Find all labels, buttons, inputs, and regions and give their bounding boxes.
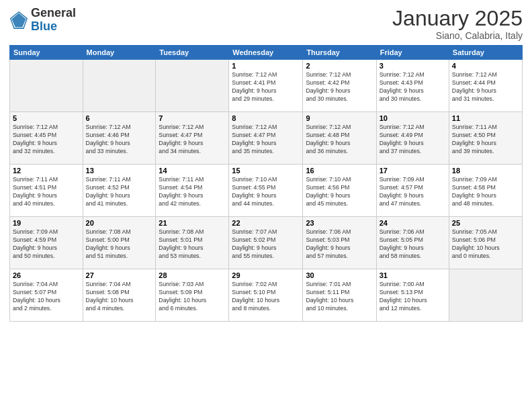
calendar-cell: 2Sunrise: 7:12 AM Sunset: 4:42 PM Daylig… bbox=[303, 60, 376, 112]
day-number: 11 bbox=[452, 114, 519, 122]
day-number: 2 bbox=[306, 62, 373, 70]
logo: General Blue bbox=[9, 7, 76, 34]
svg-marker-0 bbox=[12, 13, 26, 27]
day-info: Sunrise: 7:09 AM Sunset: 4:58 PM Dayligh… bbox=[452, 176, 519, 208]
calendar-cell: 16Sunrise: 7:10 AM Sunset: 4:56 PM Dayli… bbox=[303, 165, 376, 217]
logo-general: General bbox=[31, 6, 76, 19]
day-info: Sunrise: 7:12 AM Sunset: 4:48 PM Dayligh… bbox=[306, 124, 373, 156]
calendar-cell: 29Sunrise: 7:02 AM Sunset: 5:10 PM Dayli… bbox=[229, 269, 303, 322]
day-info: Sunrise: 7:12 AM Sunset: 4:41 PM Dayligh… bbox=[232, 71, 300, 103]
day-number: 28 bbox=[159, 271, 226, 279]
week-row-1: 1Sunrise: 7:12 AM Sunset: 4:41 PM Daylig… bbox=[10, 60, 523, 112]
calendar-cell: 9Sunrise: 7:12 AM Sunset: 4:48 PM Daylig… bbox=[303, 112, 376, 165]
day-info: Sunrise: 7:06 AM Sunset: 5:05 PM Dayligh… bbox=[380, 228, 446, 261]
day-info: Sunrise: 7:11 AM Sunset: 4:54 PM Dayligh… bbox=[159, 176, 226, 208]
day-number: 27 bbox=[86, 271, 153, 279]
day-number: 10 bbox=[380, 114, 446, 122]
day-number: 23 bbox=[306, 219, 373, 227]
day-info: Sunrise: 7:00 AM Sunset: 5:13 PM Dayligh… bbox=[380, 281, 446, 313]
day-info: Sunrise: 7:10 AM Sunset: 4:55 PM Dayligh… bbox=[232, 176, 300, 208]
calendar-cell: 10Sunrise: 7:12 AM Sunset: 4:49 PM Dayli… bbox=[376, 112, 449, 165]
calendar-cell: 31Sunrise: 7:00 AM Sunset: 5:13 PM Dayli… bbox=[376, 269, 449, 322]
calendar-cell bbox=[10, 60, 83, 112]
day-number: 25 bbox=[452, 219, 519, 227]
weekday-header-monday: Monday bbox=[83, 46, 156, 60]
day-number: 6 bbox=[86, 114, 153, 122]
calendar-cell: 18Sunrise: 7:09 AM Sunset: 4:58 PM Dayli… bbox=[449, 165, 522, 217]
day-number: 15 bbox=[232, 167, 300, 175]
day-info: Sunrise: 7:12 AM Sunset: 4:46 PM Dayligh… bbox=[86, 124, 153, 156]
calendar-cell: 30Sunrise: 7:01 AM Sunset: 5:11 PM Dayli… bbox=[303, 269, 376, 322]
weekday-header-sunday: Sunday bbox=[10, 46, 83, 60]
day-info: Sunrise: 7:09 AM Sunset: 4:59 PM Dayligh… bbox=[13, 228, 80, 261]
week-row-3: 12Sunrise: 7:11 AM Sunset: 4:51 PM Dayli… bbox=[10, 165, 523, 217]
calendar-cell: 20Sunrise: 7:08 AM Sunset: 5:00 PM Dayli… bbox=[83, 217, 156, 269]
weekday-header-wednesday: Wednesday bbox=[229, 46, 303, 60]
day-info: Sunrise: 7:08 AM Sunset: 5:01 PM Dayligh… bbox=[159, 228, 226, 261]
day-info: Sunrise: 7:01 AM Sunset: 5:11 PM Dayligh… bbox=[306, 281, 373, 313]
day-number: 5 bbox=[13, 114, 80, 122]
day-number: 21 bbox=[159, 219, 226, 227]
day-info: Sunrise: 7:12 AM Sunset: 4:47 PM Dayligh… bbox=[159, 124, 226, 156]
calendar-cell: 14Sunrise: 7:11 AM Sunset: 4:54 PM Dayli… bbox=[156, 165, 229, 217]
weekday-header-tuesday: Tuesday bbox=[156, 46, 229, 60]
day-info: Sunrise: 7:04 AM Sunset: 5:07 PM Dayligh… bbox=[13, 281, 80, 313]
calendar-cell: 19Sunrise: 7:09 AM Sunset: 4:59 PM Dayli… bbox=[10, 217, 83, 269]
day-number: 18 bbox=[452, 167, 519, 175]
day-info: Sunrise: 7:11 AM Sunset: 4:52 PM Dayligh… bbox=[86, 176, 153, 208]
calendar-cell: 26Sunrise: 7:04 AM Sunset: 5:07 PM Dayli… bbox=[10, 269, 83, 322]
calendar-cell: 28Sunrise: 7:03 AM Sunset: 5:09 PM Dayli… bbox=[156, 269, 229, 322]
calendar-cell: 23Sunrise: 7:06 AM Sunset: 5:03 PM Dayli… bbox=[303, 217, 376, 269]
calendar-cell: 3Sunrise: 7:12 AM Sunset: 4:43 PM Daylig… bbox=[376, 60, 449, 112]
calendar-cell bbox=[156, 60, 229, 112]
day-number: 7 bbox=[159, 114, 226, 122]
day-number: 31 bbox=[380, 271, 446, 279]
day-info: Sunrise: 7:08 AM Sunset: 5:00 PM Dayligh… bbox=[86, 228, 153, 261]
day-number: 4 bbox=[452, 62, 519, 70]
month-title: January 2025 bbox=[392, 7, 523, 30]
calendar-cell: 12Sunrise: 7:11 AM Sunset: 4:51 PM Dayli… bbox=[10, 165, 83, 217]
calendar-cell: 7Sunrise: 7:12 AM Sunset: 4:47 PM Daylig… bbox=[156, 112, 229, 165]
day-number: 17 bbox=[380, 167, 446, 175]
calendar-cell: 1Sunrise: 7:12 AM Sunset: 4:41 PM Daylig… bbox=[229, 60, 303, 112]
day-info: Sunrise: 7:12 AM Sunset: 4:43 PM Dayligh… bbox=[380, 71, 446, 103]
location-subtitle: Siano, Calabria, Italy bbox=[392, 30, 523, 41]
title-block: January 2025 Siano, Calabria, Italy bbox=[392, 7, 523, 41]
day-info: Sunrise: 7:12 AM Sunset: 4:42 PM Dayligh… bbox=[306, 71, 373, 103]
day-number: 20 bbox=[86, 219, 153, 227]
day-number: 22 bbox=[232, 219, 300, 227]
logo-blue: Blue bbox=[31, 19, 57, 33]
day-number: 8 bbox=[232, 114, 300, 122]
day-number: 29 bbox=[232, 271, 300, 279]
calendar-cell: 25Sunrise: 7:05 AM Sunset: 5:06 PM Dayli… bbox=[449, 217, 522, 269]
day-number: 9 bbox=[306, 114, 373, 122]
day-info: Sunrise: 7:09 AM Sunset: 4:57 PM Dayligh… bbox=[380, 176, 446, 208]
week-row-2: 5Sunrise: 7:12 AM Sunset: 4:45 PM Daylig… bbox=[10, 112, 523, 165]
calendar-cell bbox=[83, 60, 156, 112]
day-number: 30 bbox=[306, 271, 373, 279]
day-number: 13 bbox=[86, 167, 153, 175]
day-info: Sunrise: 7:06 AM Sunset: 5:03 PM Dayligh… bbox=[306, 228, 373, 261]
day-info: Sunrise: 7:12 AM Sunset: 4:49 PM Dayligh… bbox=[380, 124, 446, 156]
day-number: 14 bbox=[159, 167, 226, 175]
page: General Blue January 2025 Siano, Calabri… bbox=[0, 0, 532, 411]
weekday-header-thursday: Thursday bbox=[303, 46, 376, 60]
calendar-cell bbox=[449, 269, 522, 322]
day-info: Sunrise: 7:12 AM Sunset: 4:47 PM Dayligh… bbox=[232, 124, 300, 156]
calendar-cell: 8Sunrise: 7:12 AM Sunset: 4:47 PM Daylig… bbox=[229, 112, 303, 165]
day-info: Sunrise: 7:10 AM Sunset: 4:56 PM Dayligh… bbox=[306, 176, 373, 208]
day-number: 12 bbox=[13, 167, 80, 175]
weekday-header-row: SundayMondayTuesdayWednesdayThursdayFrid… bbox=[10, 46, 523, 60]
day-info: Sunrise: 7:02 AM Sunset: 5:10 PM Dayligh… bbox=[232, 281, 300, 313]
day-info: Sunrise: 7:03 AM Sunset: 5:09 PM Dayligh… bbox=[159, 281, 226, 313]
day-info: Sunrise: 7:11 AM Sunset: 4:51 PM Dayligh… bbox=[13, 176, 80, 208]
day-number: 19 bbox=[13, 219, 80, 227]
day-number: 24 bbox=[380, 219, 446, 227]
logo-icon bbox=[9, 11, 28, 30]
day-info: Sunrise: 7:04 AM Sunset: 5:08 PM Dayligh… bbox=[86, 281, 153, 313]
calendar-cell: 17Sunrise: 7:09 AM Sunset: 4:57 PM Dayli… bbox=[376, 165, 449, 217]
day-info: Sunrise: 7:05 AM Sunset: 5:06 PM Dayligh… bbox=[452, 228, 519, 261]
calendar-cell: 22Sunrise: 7:07 AM Sunset: 5:02 PM Dayli… bbox=[229, 217, 303, 269]
day-number: 1 bbox=[232, 62, 300, 70]
weekday-header-saturday: Saturday bbox=[449, 46, 522, 60]
